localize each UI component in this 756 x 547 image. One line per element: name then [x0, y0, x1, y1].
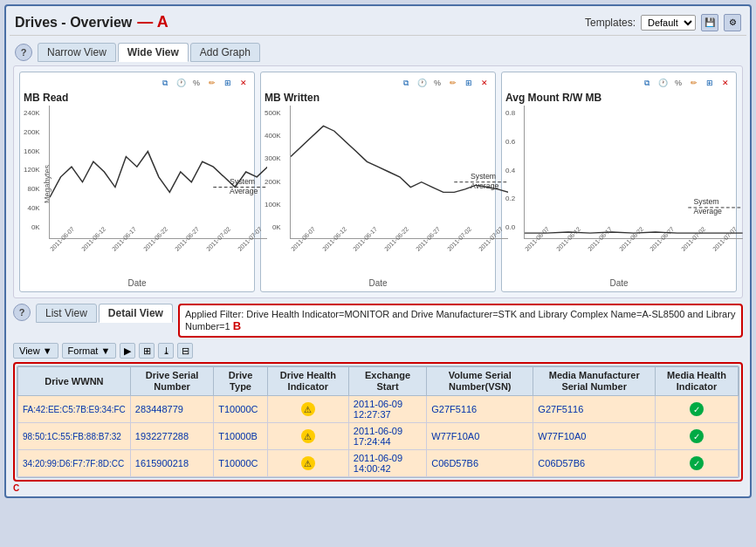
data-table: Drive WWNN Drive Serial Number Drive Typ…	[17, 366, 739, 477]
cell-vsn: W77F10A0	[427, 423, 533, 450]
cell-media-serial: G27F5116	[533, 396, 656, 423]
graphs-area: ⧉ 🕐 % ✏ ⊞ ✕ MB Read 240K200K160K120K80K4…	[13, 65, 743, 298]
graph3-close-icon[interactable]: ✕	[718, 76, 732, 90]
graph3-toolbar: ⧉ 🕐 % ✏ ⊞ ✕	[505, 76, 732, 90]
graph2-toolbar: ⧉ 🕐 % ✏ ⊞ ✕	[265, 76, 491, 90]
tab-add-graph[interactable]: Add Graph	[190, 43, 260, 62]
list-view-button[interactable]: ⊟	[177, 343, 193, 359]
graph1-clock-icon[interactable]: 🕐	[174, 76, 188, 90]
view-dropdown[interactable]: View ▼	[13, 343, 58, 359]
col-header-exchange: Exchange Start	[348, 367, 426, 396]
graph3-percent-icon[interactable]: %	[671, 76, 685, 90]
graph2-edit-icon[interactable]: ✏	[446, 76, 460, 90]
table-row[interactable]: 98:50:1C:55:FB:88:B7:32 1932277288 T1000…	[18, 423, 739, 450]
graph1-area: 240K200K160K120K80K40K0K Megabytes Syste…	[24, 106, 251, 254]
warn-icon: ⚠	[301, 402, 315, 416]
tab-narrow-view[interactable]: Narrow View	[38, 43, 116, 62]
play-button[interactable]: ▶	[120, 343, 135, 359]
tab-list-view[interactable]: List View	[36, 304, 97, 323]
graph1-close-icon[interactable]: ✕	[237, 76, 251, 90]
toolbar-row: View ▼ Format ▼ ▶ ⊞ ⤓ ⊟	[13, 339, 743, 362]
col-header-serial: Drive Serial Number	[130, 367, 213, 396]
col-header-type: Drive Type	[214, 367, 268, 396]
graph1-copy-icon[interactable]: ⧉	[158, 76, 172, 90]
graph-avg-mount: ⧉ 🕐 % ✏ ⊞ ✕ Avg Mount R/W MB 0.80.60.40.…	[501, 72, 737, 292]
cell-type: T10000B	[214, 423, 268, 450]
cell-media-health: ✓	[656, 396, 739, 423]
format-dropdown[interactable]: Format ▼	[62, 343, 117, 359]
graph3-x-label: Date	[505, 278, 732, 288]
cell-media-serial: W77F10A0	[533, 423, 656, 450]
top-help-button[interactable]: ?	[15, 44, 32, 61]
table-row[interactable]: 34:20:99:D6:F7:7F:8D:CC 1615900218 T1000…	[18, 450, 739, 477]
graph1-expand-icon[interactable]: ⊞	[221, 76, 235, 90]
graph1-percent-icon[interactable]: %	[189, 76, 203, 90]
graph3-chart: System Average	[524, 106, 743, 239]
graph2-clock-icon[interactable]: 🕐	[415, 76, 429, 90]
graph2-close-icon[interactable]: ✕	[478, 76, 491, 90]
graph3-expand-icon[interactable]: ⊞	[703, 76, 717, 90]
graph1-edit-icon[interactable]: ✏	[205, 76, 219, 90]
header-right: Templates: Default 💾 ⚙	[585, 14, 741, 31]
graph3-clock-icon[interactable]: 🕐	[656, 76, 670, 90]
graph-mb-read: ⧉ 🕐 % ✏ ⊞ ✕ MB Read 240K200K160K120K80K4…	[19, 72, 255, 292]
svg-text:Average: Average	[471, 181, 499, 190]
data-table-wrapper: Drive WWNN Drive Serial Number Drive Typ…	[17, 366, 739, 478]
download-button[interactable]: ⤓	[158, 343, 174, 359]
templates-select[interactable]: Default	[641, 15, 696, 31]
cell-wwnn: FA:42:EE:C5:7B:E9:34:FC	[18, 396, 131, 423]
label-b: B	[233, 319, 241, 332]
filter-banner: Applied Filter: Drive Health Indicator=M…	[178, 304, 743, 338]
graph2-area: 500K400K300K200K100K0K System Average 20…	[265, 106, 491, 254]
graph3-edit-icon[interactable]: ✏	[687, 76, 701, 90]
cell-exchange: 2011-06-09 14:00:42	[348, 450, 426, 477]
graph1-x-label: Date	[24, 278, 251, 288]
cell-type: T10000C	[214, 396, 268, 423]
bottom-section: ? List View Detail View Applied Filter: …	[13, 304, 743, 493]
graph2-copy-icon[interactable]: ⧉	[399, 76, 413, 90]
svg-text:System: System	[694, 198, 719, 207]
cell-media-health: ✓	[656, 450, 739, 477]
graph1-title: MB Read	[24, 92, 251, 104]
warn-icon: ⚠	[301, 429, 315, 443]
warn-icon: ⚠	[301, 456, 315, 470]
table-row[interactable]: FA:42:EE:C5:7B:E9:34:FC 283448779 T10000…	[18, 396, 739, 423]
main-container: Drives - Overview — A Templates: Default…	[4, 4, 752, 498]
cell-serial: 1932277288	[130, 423, 213, 450]
graph2-chart: System Average	[290, 106, 509, 239]
graph2-percent-icon[interactable]: %	[430, 76, 444, 90]
graph3-copy-icon[interactable]: ⧉	[640, 76, 654, 90]
col-header-vsn: Volume Serial Number(VSN)	[427, 367, 533, 396]
cell-type: T10000C	[214, 450, 268, 477]
table-outline: Drive WWNN Drive Serial Number Drive Typ…	[13, 362, 743, 482]
cell-exchange: 2011-06-09 17:24:44	[348, 423, 426, 450]
col-header-health: Drive Health Indicator	[267, 367, 348, 396]
col-header-wwnn: Drive WWNN	[18, 367, 131, 396]
col-header-media-health: Media Health Indicator	[656, 367, 739, 396]
save-template-button[interactable]: 💾	[701, 14, 718, 31]
tab-wide-view[interactable]: Wide View	[118, 43, 189, 62]
bottom-help-button[interactable]: ?	[13, 304, 31, 321]
cell-wwnn: 98:50:1C:55:FB:88:B7:32	[18, 423, 131, 450]
grid-view-button[interactable]: ⊞	[139, 343, 155, 359]
ok-icon: ✓	[690, 456, 704, 470]
cell-wwnn: 34:20:99:D6:F7:7F:8D:CC	[18, 450, 131, 477]
tab-detail-view[interactable]: Detail View	[99, 304, 173, 323]
svg-text:System: System	[230, 177, 255, 186]
label-c: C	[13, 483, 743, 493]
header-bar: Drives - Overview — A Templates: Default…	[10, 10, 746, 36]
cell-media-serial: C06D57B6	[533, 450, 656, 477]
graph2-title: MB Written	[265, 92, 491, 104]
settings-button[interactable]: ⚙	[724, 14, 741, 31]
label-a: — A	[137, 13, 168, 31]
graph1-toolbar: ⧉ 🕐 % ✏ ⊞ ✕	[24, 76, 251, 90]
cell-health: ⚠	[267, 396, 348, 423]
svg-text:Average: Average	[694, 207, 723, 215]
svg-text:System: System	[471, 172, 496, 181]
cell-serial: 1615900218	[130, 450, 213, 477]
title-text: Drives - Overview	[15, 15, 132, 31]
graph-mb-written: ⧉ 🕐 % ✏ ⊞ ✕ MB Written 500K400K300K200K1…	[260, 72, 496, 292]
page-title: Drives - Overview — A	[15, 13, 168, 31]
graph2-expand-icon[interactable]: ⊞	[462, 76, 476, 90]
top-tab-bar: ? Narrow View Wide View Add Graph	[10, 39, 746, 65]
